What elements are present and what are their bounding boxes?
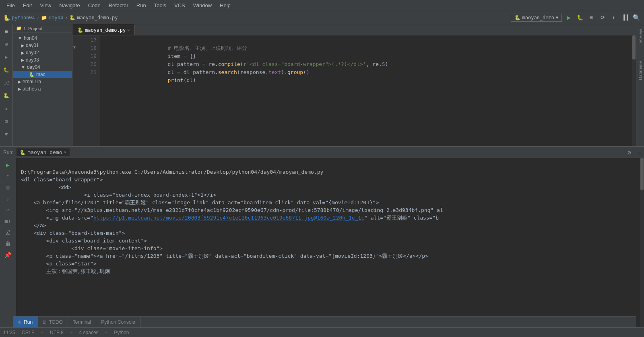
tab-close-icon[interactable]: ✕ bbox=[127, 28, 130, 32]
run-output-line-11: <div class="movie-item-info"> bbox=[21, 245, 163, 251]
run-output-line-1: D:\ProgramData\Anaconda3\python.exe C:/U… bbox=[21, 169, 323, 175]
right-tab-database[interactable]: Database bbox=[636, 56, 644, 85]
tree-label-maoyan: mac bbox=[36, 72, 45, 77]
tree-item-day01[interactable]: ▶ day01 bbox=[13, 42, 72, 49]
run-tab-num: 4: bbox=[18, 320, 21, 325]
tree-label-ext: ernal Lib bbox=[23, 79, 41, 84]
run-output-line-3: <dd> bbox=[21, 184, 71, 190]
debug-button[interactable]: 🐛 bbox=[576, 13, 584, 22]
run-label: Run: bbox=[3, 150, 13, 155]
bottom-tab-todo[interactable]: 6: TODO bbox=[38, 316, 68, 327]
run-output-scrollbar-thumb[interactable] bbox=[640, 158, 644, 190]
sidebar-icon-python[interactable]: 🐍 bbox=[1, 90, 12, 101]
run-stop-button[interactable]: ■ bbox=[3, 182, 13, 193]
status-crlf[interactable]: CRLF bbox=[22, 330, 34, 335]
tree-item-day02[interactable]: ▶ day02 bbox=[13, 49, 72, 56]
run-output-text[interactable]: D:\ProgramData\Anaconda3\python.exe C:/U… bbox=[16, 158, 640, 337]
run-scroll-up-button[interactable]: ↑ bbox=[3, 171, 13, 181]
project-panel-title: 📁 1: Project bbox=[13, 24, 72, 33]
run-rerun-button[interactable]: ▶ bbox=[3, 160, 13, 170]
run-scroll-down-button[interactable]: ↓ bbox=[3, 193, 13, 204]
tree-label-day02: day02 bbox=[26, 50, 39, 55]
menu-item-navigate[interactable]: Navigate bbox=[56, 2, 83, 9]
breadcrumb-item-python04[interactable]: 🐍 python04 bbox=[3, 14, 35, 21]
status-encoding[interactable]: UTF-8 bbox=[50, 330, 64, 335]
project-icon: 📁 bbox=[16, 26, 22, 31]
coverage-button[interactable]: ⊞ bbox=[587, 13, 596, 22]
sidebar-icon-vcs[interactable]: ⎇ bbox=[1, 77, 12, 88]
run-tab[interactable]: 🐍 maoyan_demo ✕ bbox=[17, 148, 70, 156]
editor-tabs: 🐍 maoyan_demo.py ✕ bbox=[72, 24, 636, 35]
editor-tab-label: maoyan_demo.py bbox=[85, 27, 126, 33]
bottom-tab-terminal[interactable]: Terminal bbox=[68, 316, 96, 327]
tree-label-day04: day04 bbox=[27, 64, 40, 70]
status-indent[interactable]: 4 spaces bbox=[79, 330, 99, 335]
menu-item-tools[interactable]: Tools bbox=[151, 2, 169, 9]
search-everywhere-button[interactable]: 🔍 bbox=[632, 13, 641, 22]
sidebar-icon-bookmark[interactable]: ★ bbox=[1, 103, 12, 114]
status-language[interactable]: Python bbox=[114, 330, 129, 335]
run-tab-name: maoyan_demo bbox=[27, 149, 62, 155]
pause-button[interactable]: ▐▐ bbox=[621, 13, 630, 22]
tree-label-python04: hon04 bbox=[24, 35, 37, 41]
menu-item-edit[interactable]: Edit bbox=[20, 2, 35, 9]
bottom-tab-run[interactable]: 4: Run bbox=[13, 316, 38, 327]
run-tab-close-icon[interactable]: ✕ bbox=[64, 150, 66, 155]
run-pin-button[interactable]: 📌 bbox=[3, 250, 13, 260]
tree-label-scratches: atches a bbox=[23, 86, 41, 92]
run-config-selector[interactable]: 🐍 maoyan_demo ▼ bbox=[511, 14, 562, 22]
run-settings-icon[interactable]: ⚙ bbox=[627, 149, 631, 156]
toolbar: 🐍 python04 › 📁 day04 › 🐍 maoyan_demo.py … bbox=[0, 11, 644, 24]
tree-item-python04[interactable]: ▼ hon04 bbox=[13, 35, 72, 42]
right-tab-scview[interactable]: ScView bbox=[636, 24, 644, 48]
run-print-button[interactable]: 🖨 bbox=[3, 227, 13, 238]
breadcrumb-item-file[interactable]: 🐍 maoyan_demo.py bbox=[69, 15, 118, 21]
run-output-line-8: </a> bbox=[21, 222, 46, 228]
sidebar-icon-project[interactable]: ≡ bbox=[1, 26, 12, 37]
tree-item-external-lib[interactable]: ▶ ernal Lib bbox=[13, 78, 72, 85]
run-output-line-4: <i class="board-index board-index-1">1</… bbox=[21, 192, 216, 198]
sidebar-icon-favorites[interactable]: ♥ bbox=[1, 129, 12, 140]
run-delete-button[interactable]: 🗑 bbox=[3, 238, 13, 249]
tree-label-day03: day03 bbox=[26, 57, 39, 63]
menu-item-vcs[interactable]: VCS bbox=[171, 2, 188, 9]
run-output-line-2: <dl class="board-wrapper"> bbox=[21, 177, 103, 183]
run-output-line-13: <p class="star"> bbox=[21, 261, 97, 267]
run-action-sidebar: ▶ ↑ ■ ↓ ⇌ ≡↑ 🖨 🗑 📌 bbox=[0, 158, 16, 337]
run-filter-button[interactable]: ≡↑ bbox=[3, 216, 13, 226]
tree-item-scratches[interactable]: ▶ atches a bbox=[13, 85, 72, 92]
main-layout: ≡ ⊞ ▶ 🐛 ⎇ 🐍 ★ ⊡ ♥ 📁 1: Project ▼ hon04 ▶… bbox=[0, 24, 644, 337]
sidebar-icon-run[interactable]: ▶ bbox=[1, 51, 12, 63]
run-output-area: ▶ ↑ ■ ↓ ⇌ ≡↑ 🖨 🗑 📌 D:\ProgramData\Anacon… bbox=[0, 158, 644, 337]
vcs-update-button[interactable]: ↑ bbox=[609, 13, 618, 22]
menu-item-window[interactable]: Window bbox=[190, 2, 215, 9]
sidebar-icon-terminal[interactable]: ⊞ bbox=[1, 39, 12, 50]
run-minimize-icon[interactable]: — bbox=[638, 149, 641, 156]
run-panel-header: Run: 🐍 maoyan_demo ✕ ⚙ — bbox=[0, 147, 644, 158]
bottom-tab-python-console[interactable]: Python Console bbox=[96, 316, 140, 327]
menu-item-file[interactable]: File bbox=[3, 2, 18, 9]
menu-bar: File Edit View Navigate Code Refactor Ru… bbox=[0, 0, 644, 11]
run-output-scrollbar[interactable] bbox=[640, 158, 644, 337]
run-button[interactable]: ▶ bbox=[564, 13, 573, 22]
run-tab-label: Run bbox=[24, 319, 33, 325]
tree-item-maoyan[interactable]: 🐍 mac bbox=[13, 71, 72, 78]
menu-item-view[interactable]: View bbox=[37, 2, 54, 9]
menu-item-help[interactable]: Help bbox=[217, 2, 234, 9]
scrollbar-thumb[interactable] bbox=[632, 35, 636, 60]
sidebar-icon-debug[interactable]: 🐛 bbox=[1, 64, 12, 76]
tree-item-day04[interactable]: ▼ day04 bbox=[13, 64, 72, 71]
breadcrumb-item-day04[interactable]: 📁 day04 bbox=[41, 15, 63, 21]
breadcrumb-sep-2: › bbox=[65, 15, 68, 21]
tree-item-day03[interactable]: ▶ day03 bbox=[13, 56, 72, 64]
run-wrap-button[interactable]: ⇌ bbox=[3, 205, 13, 215]
profile-button[interactable]: ⟳ bbox=[598, 13, 607, 22]
status-bar: 11:35 CRLF ÷ UTF-8 ÷ 4 spaces ÷ Python bbox=[0, 327, 644, 337]
sidebar-icon-structure[interactable]: ⊡ bbox=[1, 116, 12, 127]
menu-item-refactor[interactable]: Refactor bbox=[105, 2, 132, 9]
menu-item-run[interactable]: Run bbox=[133, 2, 149, 9]
editor-tab-maoyan[interactable]: 🐍 maoyan_demo.py ✕ bbox=[72, 24, 135, 35]
run-output-line-5: <a href="/films/1203" title="霸王别姬" class… bbox=[21, 199, 379, 205]
run-output-link[interactable]: https://p1.meituan.net/movie/20803f59291… bbox=[93, 215, 364, 221]
menu-item-code[interactable]: Code bbox=[85, 2, 104, 9]
